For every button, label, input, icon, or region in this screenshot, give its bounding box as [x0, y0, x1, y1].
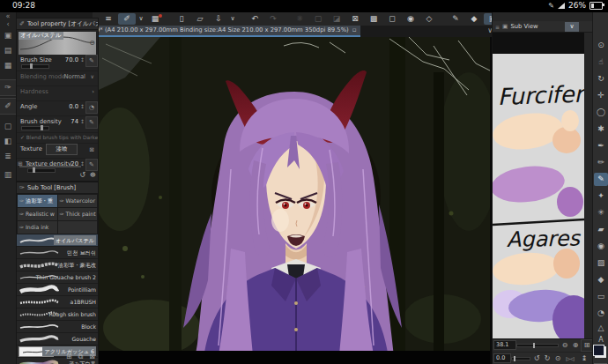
checkbox-checked-icon[interactable]: ✓ — [20, 135, 25, 140]
lock-icon[interactable]: ◉ — [402, 13, 419, 25]
pen-icon[interactable]: ✎ — [447, 13, 464, 25]
trash-icon[interactable]: ⊠ — [89, 146, 94, 153]
tool-dropdown-icon[interactable]: ∨ — [137, 13, 145, 25]
zoom-tool-icon[interactable]: ⊙ — [594, 39, 608, 52]
brush-density-slider[interactable] — [21, 126, 49, 130]
balloon-tool-icon[interactable]: ◔ — [594, 307, 608, 320]
export-dropdown-icon[interactable]: ∨ — [228, 13, 237, 25]
transform-icon[interactable]: ◇ — [420, 13, 438, 25]
gradient-tool-icon[interactable]: ▨ — [594, 256, 608, 270]
hand-tool-icon[interactable]: ☝ — [594, 56, 608, 69]
panel-menu-icon[interactable]: ≡ — [495, 24, 500, 30]
brush-tab-label[interactable]: オイルパステル — [19, 32, 63, 40]
object-tool-icon[interactable]: ✐ — [118, 13, 136, 25]
wrench-icon[interactable]: ☸ — [90, 171, 96, 179]
rotation-value[interactable]: 0.0 — [494, 354, 510, 362]
chevron-down-icon[interactable]: ∨ — [91, 73, 94, 79]
reset-view-icon[interactable]: ⊙ — [552, 353, 563, 364]
layer-property-panel-icon[interactable]: ◧ — [0, 134, 16, 149]
blend-tips-checkbox-row[interactable]: ✓ Blend brush tips with Darken — [17, 133, 98, 144]
lock-icon[interactable]: ⊙ — [89, 39, 95, 47]
duplicate-sub-tool-icon[interactable]: ⧉ — [78, 353, 84, 361]
list-item[interactable]: a1BRUSH — [17, 296, 98, 308]
airbrush-tool-icon[interactable]: ✦ — [594, 189, 608, 203]
stylus-pressure-button[interactable]: ✎ — [86, 56, 97, 66]
flip-horizontal-icon[interactable]: ▷◁ — [565, 353, 575, 364]
list-item[interactable]: Thin Gouache brush 2 — [17, 271, 98, 284]
snap-ruler-icon[interactable]: ▢ — [309, 13, 327, 25]
zoom-in-icon[interactable]: ⊕ — [570, 340, 581, 351]
open-file-icon[interactable]: ▱ — [191, 13, 209, 25]
list-item[interactable]: Rough skin brush — [17, 308, 98, 321]
decoration-tool-icon[interactable]: ✳ — [594, 206, 608, 219]
angle-dynamics-button[interactable]: ◔ — [86, 102, 97, 113]
spinner-icon[interactable]: ↕ — [80, 56, 85, 63]
brush-preview[interactable]: オイルパステル ⊙ — [19, 32, 96, 55]
collapse-all-button[interactable]: « — [0, 12, 16, 20]
export-icon[interactable]: ⇩ — [210, 13, 227, 25]
brush-density-value[interactable]: 74 — [70, 118, 78, 125]
add-sub-tool-icon[interactable]: ⊞ — [66, 353, 72, 361]
collapse-button[interactable]: ‹ — [0, 20, 16, 28]
tool-property-panel-icon[interactable]: ✐ — [0, 99, 16, 114]
tool-property-header[interactable]: ✐ Tool property [オイルパス — [17, 19, 98, 30]
select-area-icon[interactable]: ▩ — [365, 13, 382, 25]
screen-share-icon[interactable]: ▦ — [146, 13, 164, 25]
list-item[interactable]: 민천 브러쉬 — [17, 247, 98, 259]
canvas-artwork[interactable] — [99, 37, 492, 364]
auto-select-tool-icon[interactable]: ✱ — [594, 123, 608, 136]
zoom-slider[interactable] — [517, 345, 558, 346]
rotation-slider[interactable] — [512, 358, 530, 360]
sub-tool-header[interactable]: ✑ Sub Tool [Brush] — [17, 182, 98, 194]
reset-settings-icon[interactable]: ↺ — [79, 171, 85, 179]
brush-size-value[interactable]: 70.0 — [65, 56, 78, 63]
blending-mode-value[interactable]: Normal — [63, 73, 85, 80]
list-item[interactable]: Gouache — [17, 333, 98, 345]
texture-density-slider[interactable] — [27, 168, 56, 173]
new-canvas-icon[interactable]: ▯ — [173, 13, 190, 25]
spinner-icon[interactable]: ↕ — [80, 118, 85, 124]
layer-list-panel-icon[interactable]: ≣ — [0, 149, 16, 164]
tab-watercolor[interactable]: ✑Watercolor — [58, 195, 98, 207]
marker-tool-icon[interactable]: ✎ — [594, 173, 608, 186]
spinner-icon[interactable]: ↕ — [80, 103, 85, 109]
pen-tool-icon[interactable]: ✒ — [594, 139, 608, 152]
color-wheel-panel-icon[interactable]: ▣ — [0, 28, 16, 43]
rotate-left-icon[interactable]: ↺ — [531, 353, 542, 364]
chevron-right-icon[interactable]: › — [92, 88, 94, 95]
snap-special-icon[interactable]: ◪ — [328, 13, 345, 25]
zoom-value[interactable]: 38.1 — [494, 341, 515, 349]
angle-value[interactable]: 0.0 — [69, 103, 78, 110]
pencil-tool-icon[interactable]: ✏ — [594, 156, 608, 169]
crop-icon[interactable]: ◻ — [383, 13, 401, 25]
list-item[interactable]: 油彩筆・豪毛改 — [17, 259, 98, 271]
delete-sub-tool-icon[interactable]: ⊠ — [89, 353, 95, 361]
sub-tool-panel-icon[interactable]: ✑ — [0, 80, 16, 95]
tab-thick-paint[interactable]: ✑Thick paint — [58, 208, 98, 220]
redo-icon[interactable]: ↷ — [264, 13, 282, 25]
layer-panel-icon[interactable]: ▢ — [0, 119, 16, 134]
tab-close-icon[interactable]: ▫ — [352, 26, 357, 35]
navigator-panel-icon[interactable]: ▥ — [0, 167, 16, 182]
list-item[interactable]: オイルパステル — [17, 234, 98, 247]
zoom-out-icon[interactable]: ⊖ — [560, 340, 570, 351]
eraser-tool-icon[interactable]: ▰ — [594, 223, 608, 236]
blend-tool-icon[interactable]: ◉ — [594, 240, 608, 253]
texture-dynamics-button[interactable]: ✎ — [86, 160, 97, 170]
document-tab[interactable]: 9* (A4 210.00 x 297.00mm Binding size:A4… — [93, 26, 360, 37]
rotate-right-icon[interactable]: ↻ — [542, 353, 552, 364]
tab-realistic-watercolor[interactable]: ✑Realistic w — [18, 208, 57, 220]
fill-icon[interactable]: ◆ — [465, 13, 483, 25]
tab-oil-brush[interactable]: ✑油彩筆・重 — [18, 195, 57, 207]
texture-select-button[interactable]: 漆喰 — [47, 145, 77, 154]
list-item[interactable]: Block — [17, 321, 98, 333]
undo-icon[interactable]: ↶ — [246, 13, 263, 25]
brush-size-slider[interactable] — [21, 64, 49, 69]
sub-view-image[interactable]: Furcifer Agares — [493, 33, 584, 338]
horizontal-scrollbar[interactable] — [19, 166, 81, 167]
fill-tool-icon[interactable]: ◆ — [594, 273, 608, 286]
flip-vertical-icon[interactable]: ↨ — [579, 353, 589, 364]
list-item[interactable]: Pointilliam — [17, 284, 98, 296]
color-set-panel-icon[interactable]: ▤ — [0, 43, 16, 58]
frame-tool-icon[interactable]: ▭ — [594, 290, 608, 303]
